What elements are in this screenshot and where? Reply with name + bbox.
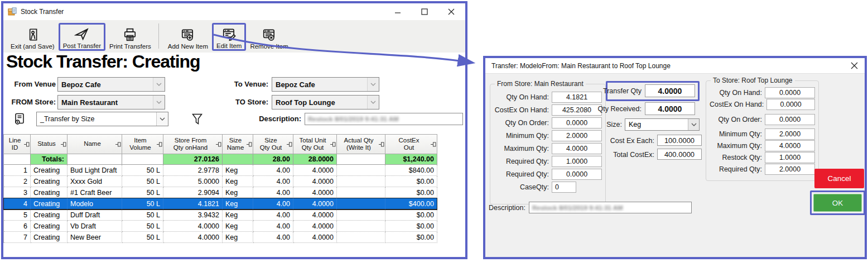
stock-transfer-window: Stock Transfer Exit (and Save) Post Tran… xyxy=(1,1,467,259)
pin-icon xyxy=(247,141,252,149)
post-transfer-button[interactable]: Post Transfer xyxy=(59,23,105,51)
column-header[interactable]: Name xyxy=(67,134,122,154)
window-content: Stock Transfer: Creating From Venue Bepo… xyxy=(3,53,465,257)
maximize-icon[interactable] xyxy=(421,8,428,16)
cancel-button[interactable]: Cancel xyxy=(814,169,864,188)
remove-item-button[interactable]: Remove Item xyxy=(246,24,292,51)
restock-qty-field[interactable]: 1.0000 xyxy=(765,152,815,163)
edit-item-button[interactable]: Edit Item xyxy=(212,23,246,51)
chevron-down-icon xyxy=(153,78,165,91)
add-item-icon xyxy=(180,26,195,43)
description-label: Description: xyxy=(244,115,301,123)
qty-on-hand-field[interactable]: 0.0000 xyxy=(765,87,815,98)
description-input[interactable]: Restock 8/01/2019 9:41:31 AM xyxy=(305,113,463,125)
cost-ex-each-label: Cost Ex Each: xyxy=(591,137,654,145)
exit-and-save-button[interactable]: Exit (and Save) xyxy=(7,24,59,51)
ok-button[interactable]: OK xyxy=(813,194,862,212)
table-header-row: Line ID Status Name Item Volume Store Fr… xyxy=(4,134,437,154)
pin-icon xyxy=(216,141,221,149)
transfer-qty-input[interactable]: 4.0000 xyxy=(645,84,695,97)
transfer-qty-label: Transfer Qty xyxy=(586,87,642,95)
pin-icon xyxy=(431,141,436,149)
table-row-selected[interactable]: 4CreatingModelo50 L4.1821Keg4.004.0000$4… xyxy=(4,198,437,209)
table-row[interactable]: 5CreatingDuff Draft50 L3.9432Keg4.004.00… xyxy=(4,209,437,221)
pin-icon xyxy=(115,141,121,149)
case-qty-field[interactable]: 0 xyxy=(552,182,576,193)
to-venue-label: To Venue: xyxy=(210,80,268,88)
app-icon xyxy=(8,7,17,17)
cost-ex-each-field[interactable]: 100.0000 xyxy=(657,135,702,146)
transfer-template-icon[interactable] xyxy=(12,112,27,126)
minimum-qty-field[interactable]: 2.0000 xyxy=(765,128,815,140)
dialog-description-label: Description: xyxy=(489,204,527,212)
table-row[interactable]: 7CreatingNew Beer50 L4.0000Keg4.004.0000… xyxy=(4,232,437,243)
exit-icon xyxy=(25,26,40,43)
toolbar-label: Exit (and Save) xyxy=(11,43,55,50)
column-header[interactable]: Size Name xyxy=(223,134,253,154)
qty-received-input[interactable]: 4.0000 xyxy=(645,102,695,115)
edit-item-icon xyxy=(221,26,237,42)
minimize-icon[interactable] xyxy=(394,8,402,16)
qty-on-order-field[interactable]: 0.0000 xyxy=(552,117,602,128)
to-store-select[interactable]: Roof Top Lounge xyxy=(272,95,379,109)
maximum-qty-field[interactable]: 4.0000 xyxy=(765,140,815,151)
dialog-description-input[interactable]: Restock 8/01/2019 9:41:31 AM xyxy=(529,202,692,213)
column-header[interactable]: Total Unit Qty Out xyxy=(293,134,337,154)
from-venue-select[interactable]: Bepoz Cafe xyxy=(57,77,165,92)
toolbar-label: Add New Item xyxy=(168,43,208,50)
from-venue-label: From Venue xyxy=(3,80,56,88)
toolbar-label: Edit Item xyxy=(216,42,242,49)
column-header[interactable]: Size Qty Out xyxy=(253,134,293,154)
pin-icon xyxy=(24,141,30,149)
column-header[interactable]: Item Volume xyxy=(122,134,163,154)
to-store-group: To Store: Roof Top Lounge Qty On Hand:0.… xyxy=(706,80,819,181)
totals-total-unit-qty-out: 28.0000 xyxy=(293,154,337,165)
close-icon[interactable] xyxy=(447,8,455,16)
dialog-body: From Store: Main Restaurant Qty On Hand:… xyxy=(485,74,865,257)
to-store-label: TO Store: xyxy=(210,98,268,106)
size-label: Size: xyxy=(604,121,622,128)
table-row[interactable]: 2CreatingXxxx Gold50 L5.0000Keg4.004.000… xyxy=(4,176,437,187)
transfer-item-dialog: Transfer: ModeloFrom: Main Restaurant to… xyxy=(483,56,867,259)
from-store-select[interactable]: Main Restaurant xyxy=(57,95,165,109)
transfer-items-table: Line ID Status Name Item Volume Store Fr… xyxy=(3,134,437,243)
filter-icon[interactable] xyxy=(191,112,203,126)
chevron-down-icon xyxy=(367,78,379,91)
screenshot-canvas: Stock Transfer Exit (and Save) Post Tran… xyxy=(0,0,868,262)
pin-icon xyxy=(287,141,292,149)
table-row[interactable]: 6CreatingVb Draft50 L4.0000Keg4.004.0000… xyxy=(4,221,437,232)
remove-item-icon xyxy=(262,26,277,43)
total-costex-field[interactable]: 400.0000 xyxy=(657,149,702,160)
page-title: Stock Transfer: Creating xyxy=(6,51,200,72)
table-row[interactable]: 3Creating#1 Craft Beer50 L2.9094Keg4.004… xyxy=(4,187,437,198)
dialog-title: Transfer: ModeloFrom: Main Restaurant to… xyxy=(491,62,671,70)
chevron-down-icon xyxy=(688,119,699,130)
chevron-down-icon xyxy=(156,112,168,126)
totals-costex-out: $1,240.00 xyxy=(385,154,437,165)
totals-row: Totals: 27.0126 28.00 28.0000 $1,240.00 xyxy=(4,154,437,165)
to-venue-select[interactable]: Bepoz Cafe xyxy=(272,77,379,92)
to-store-group-title: To Store: Roof Top Lounge xyxy=(711,77,795,84)
from-store-label: FROM Store: xyxy=(3,98,56,106)
close-icon[interactable] xyxy=(850,61,859,70)
window-controls xyxy=(394,8,461,16)
pin-icon xyxy=(379,141,384,149)
add-new-item-button[interactable]: Add New Item xyxy=(164,24,212,51)
window-titlebar: Stock Transfer xyxy=(3,3,465,20)
required-qty-field[interactable]: 2.0000 xyxy=(765,164,815,175)
costex-on-hand-field[interactable]: 0.0000 xyxy=(766,99,815,110)
column-header[interactable]: Line ID xyxy=(4,134,31,154)
from-store-group: From Store: Main Restaurant Qty On Hand:… xyxy=(490,84,606,204)
description-redacted-text: Restock 8/01/2019 9:41:31 AM xyxy=(308,116,399,122)
required-qty-field[interactable]: 0.0000 xyxy=(552,169,602,180)
qty-on-order-field[interactable]: 0.0000 xyxy=(765,114,815,125)
column-header[interactable]: Actual Qty (Write It) xyxy=(337,134,385,154)
print-transfers-button[interactable]: Print Transfers xyxy=(105,24,155,51)
post-transfer-icon xyxy=(74,26,89,42)
column-header[interactable]: CostEx Out xyxy=(385,134,437,154)
column-header[interactable]: Status xyxy=(31,134,67,154)
size-select[interactable]: Keg xyxy=(625,118,700,131)
table-row[interactable]: 1CreatingBud Light Draft50 L2.9778Keg4.0… xyxy=(4,165,437,176)
column-header[interactable]: Store From Qty onHand xyxy=(163,134,223,154)
transfer-template-select[interactable]: _Transfer by Size xyxy=(36,112,168,126)
